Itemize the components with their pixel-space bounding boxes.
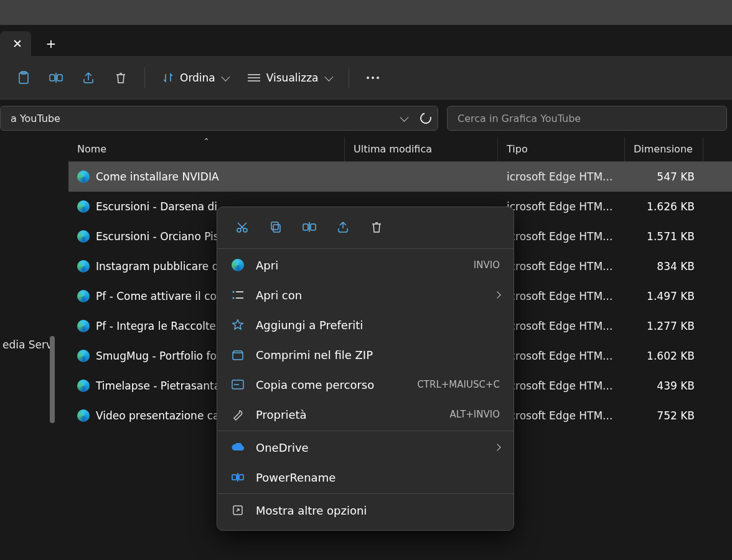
delete-button[interactable] (365, 216, 388, 238)
file-size: 1.602 KB (625, 350, 703, 362)
file-name: Pf - Integra le Raccolte (96, 320, 216, 332)
file-type: icrosoft Edge HTM... (498, 320, 625, 332)
file-name: Video presentazione ca (96, 409, 220, 422)
file-name: Timelapse - Pietrasanta (96, 380, 220, 392)
scrollbar-thumb[interactable] (50, 336, 55, 423)
file-size: 1.571 KB (625, 230, 703, 243)
context-favorites[interactable]: Aggiungi a Preferiti (217, 310, 514, 340)
chevron-down-icon[interactable] (400, 113, 408, 122)
file-name: Instagram pubblicare d (96, 260, 219, 273)
chevron-down-icon (221, 72, 230, 81)
rename-icon (49, 72, 63, 84)
context-properties[interactable]: Proprietà ALT+INVIO (217, 399, 514, 429)
file-type: icrosoft Edge HTM... (498, 290, 625, 302)
column-size[interactable]: Dimensione (625, 137, 703, 161)
clipboard-button[interactable] (10, 64, 37, 91)
more-button[interactable] (359, 64, 387, 91)
rename-button[interactable] (298, 216, 321, 238)
file-type: icrosoft Edge HTM... (498, 380, 625, 392)
column-headers: ⌃ Nome Ultima modifica Tipo Dimensione (68, 137, 732, 162)
wrench-icon (231, 408, 245, 421)
separator (144, 67, 145, 88)
new-tab-button[interactable]: + (39, 31, 63, 56)
chevron-right-icon (494, 444, 500, 450)
svg-rect-15 (311, 224, 316, 230)
file-size: 439 KB (625, 380, 703, 392)
scissors-icon (236, 221, 248, 233)
svg-rect-3 (57, 75, 62, 81)
trash-icon (371, 221, 382, 233)
edge-icon (77, 230, 90, 243)
plus-icon: + (46, 36, 57, 51)
edge-icon (77, 170, 90, 183)
tab-active[interactable] (0, 31, 31, 56)
edge-icon (77, 350, 90, 362)
svg-rect-23 (232, 475, 237, 480)
sort-label: Ordina (180, 72, 215, 84)
tab-strip: + (0, 25, 732, 56)
breadcrumb-bar[interactable]: a YouTube (0, 106, 438, 131)
context-open[interactable]: Apri INVIO (217, 250, 514, 280)
context-zip[interactable]: Comprimi nel file ZIP (217, 340, 514, 370)
dim-overlay (0, 0, 732, 25)
file-size: 752 KB (625, 409, 703, 422)
sort-dropdown[interactable]: Ordina (155, 65, 235, 90)
context-menu: Apri INVIO Apri con Aggiungi a Preferiti… (217, 207, 514, 531)
search-input[interactable]: Cerca in Grafica YouTube (447, 106, 727, 131)
share-icon (337, 221, 349, 233)
more-icon (367, 77, 379, 79)
clipboard-icon (17, 71, 30, 85)
edge-icon (231, 258, 245, 272)
powerrename-icon (231, 470, 245, 484)
share-icon (82, 72, 95, 84)
share-button[interactable] (75, 64, 102, 91)
copy-icon (270, 221, 282, 233)
refresh-icon[interactable] (418, 111, 434, 126)
view-label: Visualizza (266, 72, 319, 84)
file-type: icrosoft Edge HTM... (498, 200, 625, 213)
rename-button[interactable] (42, 64, 70, 91)
trash-icon (115, 72, 126, 84)
edge-icon (77, 380, 90, 392)
context-open-with[interactable]: Apri con (217, 280, 514, 310)
svg-point-18 (233, 297, 235, 299)
column-type[interactable]: Tipo (498, 137, 625, 161)
file-type: icrosoft Edge HTM... (498, 409, 625, 422)
copy-button[interactable] (265, 216, 287, 238)
file-size: 834 KB (625, 260, 703, 273)
column-name[interactable]: ⌃ Nome (68, 137, 345, 161)
file-row[interactable]: Come installare NVIDIAicrosoft Edge HTM.… (68, 162, 732, 192)
svg-rect-20 (236, 297, 243, 299)
zip-icon (231, 348, 245, 362)
path-icon (231, 378, 245, 391)
edge-icon (77, 320, 90, 332)
cut-button[interactable] (231, 216, 253, 238)
context-toolbar (217, 212, 514, 247)
context-onedrive[interactable]: OneDrive (217, 432, 514, 462)
file-size: 547 KB (625, 170, 703, 183)
close-icon[interactable] (14, 40, 21, 47)
file-type: icrosoft Edge HTM... (498, 260, 625, 273)
list-icon (248, 73, 260, 82)
address-row: a YouTube Cerca in Grafica YouTube (0, 100, 732, 137)
edge-icon (77, 260, 90, 273)
svg-point-17 (233, 291, 235, 293)
file-type: icrosoft Edge HTM... (498, 350, 625, 362)
file-name: Escursioni - Orciano Pis (96, 230, 219, 243)
sort-icon (162, 72, 174, 83)
separator (217, 248, 514, 249)
delete-button[interactable] (107, 64, 134, 91)
context-powerrename[interactable]: PowerRename (217, 462, 514, 492)
cloud-icon (231, 441, 245, 454)
share-button[interactable] (332, 216, 354, 238)
sort-indicator-icon: ⌃ (203, 137, 209, 146)
context-more-options[interactable]: Mostra altre opzioni (217, 495, 514, 525)
open-with-icon (231, 288, 245, 302)
star-icon (231, 318, 245, 332)
svg-rect-13 (271, 222, 278, 230)
view-dropdown[interactable]: Visualizza (240, 65, 339, 90)
toolbar: Ordina Visualizza (0, 56, 732, 100)
column-modified[interactable]: Ultima modifica (345, 137, 498, 161)
context-copy-path[interactable]: Copia come percorso CTRL+MAIUSC+C (217, 370, 514, 399)
chevron-down-icon (324, 72, 333, 81)
